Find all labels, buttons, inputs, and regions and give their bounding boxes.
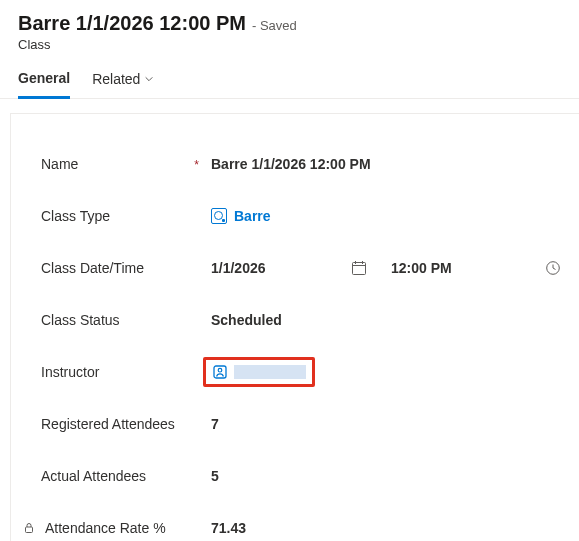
time-value[interactable]: 12:00 PM bbox=[391, 260, 452, 276]
value-name[interactable]: Barre 1/1/2026 12:00 PM bbox=[211, 156, 569, 172]
required-indicator: * bbox=[194, 158, 199, 172]
value-actual-attendees[interactable]: 5 bbox=[211, 468, 569, 484]
instructor-value-redacted[interactable] bbox=[234, 365, 306, 379]
calendar-icon[interactable] bbox=[351, 260, 367, 276]
label-attendance-rate: Attendance Rate % bbox=[41, 520, 211, 536]
label-instructor: Instructor bbox=[41, 364, 211, 380]
tab-related-label: Related bbox=[92, 71, 140, 87]
label-class-status: Class Status bbox=[41, 312, 211, 328]
field-attendance-rate: Attendance Rate % 71.43 bbox=[41, 502, 569, 541]
value-class-status-text: Scheduled bbox=[211, 312, 282, 328]
value-actual-attendees-text: 5 bbox=[211, 468, 219, 484]
label-class-type: Class Type bbox=[41, 208, 211, 224]
clock-icon[interactable] bbox=[545, 260, 561, 276]
value-class-type[interactable]: Barre bbox=[211, 208, 569, 224]
record-title: Barre 1/1/2026 12:00 PM bbox=[18, 12, 246, 35]
value-class-datetime: 1/1/2026 12:00 PM bbox=[211, 260, 569, 276]
tab-related[interactable]: Related bbox=[92, 70, 154, 98]
label-registered-attendees: Registered Attendees bbox=[41, 416, 211, 432]
field-class-type: Class Type Barre bbox=[41, 190, 569, 242]
field-class-datetime: Class Date/Time 1/1/2026 12:00 PM bbox=[41, 242, 569, 294]
value-attendance-rate-text: 71.43 bbox=[211, 520, 246, 536]
value-registered-attendees[interactable]: 7 bbox=[211, 416, 569, 432]
chevron-down-icon bbox=[144, 74, 154, 84]
value-instructor bbox=[211, 357, 569, 387]
field-registered-attendees: Registered Attendees 7 bbox=[41, 398, 569, 450]
instructor-highlight bbox=[203, 357, 315, 387]
person-icon bbox=[212, 364, 228, 380]
tab-strip: General Related bbox=[0, 52, 579, 99]
field-instructor: Instructor bbox=[41, 346, 569, 398]
tab-general[interactable]: General bbox=[18, 70, 70, 99]
label-name: Name * bbox=[41, 156, 211, 172]
svg-rect-7 bbox=[26, 527, 33, 533]
date-value[interactable]: 1/1/2026 bbox=[211, 260, 351, 276]
record-page: Barre 1/1/2026 12:00 PM - Saved Class Ge… bbox=[0, 0, 579, 541]
label-attendance-rate-text: Attendance Rate % bbox=[45, 520, 166, 536]
lock-icon bbox=[23, 522, 35, 534]
value-name-text: Barre 1/1/2026 12:00 PM bbox=[211, 156, 371, 172]
entity-name: Class bbox=[18, 37, 561, 52]
lookup-class-type[interactable]: Barre bbox=[211, 208, 271, 224]
value-attendance-rate: 71.43 bbox=[211, 520, 569, 536]
label-class-datetime: Class Date/Time bbox=[41, 260, 211, 276]
field-actual-attendees: Actual Attendees 5 bbox=[41, 450, 569, 502]
value-class-status[interactable]: Scheduled bbox=[211, 312, 569, 328]
svg-rect-0 bbox=[353, 263, 366, 275]
label-actual-attendees: Actual Attendees bbox=[41, 468, 211, 484]
entity-icon bbox=[211, 208, 227, 224]
value-registered-attendees-text: 7 bbox=[211, 416, 219, 432]
field-class-status: Class Status Scheduled bbox=[41, 294, 569, 346]
title-row: Barre 1/1/2026 12:00 PM - Saved bbox=[18, 12, 561, 35]
svg-point-6 bbox=[218, 368, 222, 372]
tab-general-label: General bbox=[18, 70, 70, 86]
form-panel: Name * Barre 1/1/2026 12:00 PM Class Typ… bbox=[10, 113, 579, 541]
saved-indicator: - Saved bbox=[252, 18, 297, 33]
field-name: Name * Barre 1/1/2026 12:00 PM bbox=[41, 138, 569, 190]
record-header: Barre 1/1/2026 12:00 PM - Saved Class bbox=[0, 0, 579, 52]
label-name-text: Name bbox=[41, 156, 78, 172]
value-class-type-text: Barre bbox=[234, 208, 271, 224]
